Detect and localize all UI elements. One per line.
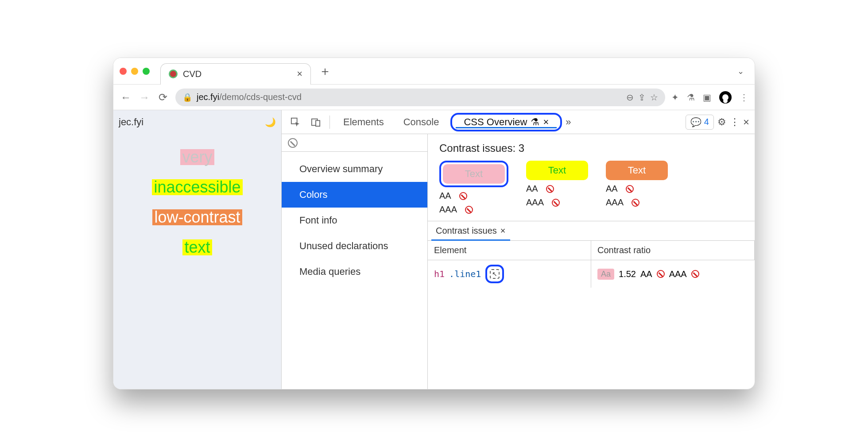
lock-icon[interactable]: 🔒 — [182, 92, 192, 102]
issues-badge[interactable]: 💬 4 — [686, 115, 714, 130]
nav-overview-summary[interactable]: Overview summary — [282, 156, 427, 182]
toolbar-right: ✦ ⚗ ▣ ⋮ — [671, 91, 748, 104]
swatch-col-1: Text AA AAA — [439, 161, 508, 215]
profile-avatar-icon[interactable] — [719, 91, 732, 104]
fail-icon — [626, 185, 634, 193]
labs-icon[interactable]: ⚗ — [687, 92, 695, 103]
rating-aa: AA — [439, 191, 508, 201]
favicon-icon — [169, 69, 178, 78]
contrast-chip: Aa — [597, 269, 614, 280]
tab-console[interactable]: Console — [395, 110, 447, 134]
close-devtools-icon[interactable]: × — [743, 116, 749, 128]
close-panel-icon[interactable]: × — [543, 116, 549, 128]
reload-button[interactable]: ⟳ — [157, 91, 169, 104]
site-name: jec.fyi — [119, 116, 143, 128]
rating-aaa: AAA — [526, 197, 588, 208]
content-body: jec.fyi 🌙 very inaccessible low-contrast… — [113, 110, 755, 389]
fail-icon — [552, 199, 560, 207]
url-text: jec.fyi/demo/cds-quest-cvd — [197, 92, 302, 102]
contrast-swatch-2[interactable]: Text — [526, 161, 588, 180]
nav-unused-declarations[interactable]: Unused declarations — [282, 233, 427, 259]
highlight-ring — [485, 265, 504, 283]
svg-rect-2 — [316, 120, 320, 126]
fail-icon — [632, 199, 639, 207]
nav-colors[interactable]: Colors — [282, 182, 427, 208]
nav-list: Overview summary Colors Font info Unused… — [282, 152, 427, 289]
rating-aa: AA — [526, 184, 588, 194]
highlight-ring: CSS Overview ⚗ × — [450, 113, 562, 131]
aaa-label: AAA — [669, 269, 687, 279]
new-tab-button[interactable]: ＋ — [319, 63, 331, 80]
tab-elements[interactable]: Elements — [335, 110, 392, 134]
demo-word-3: low-contrast — [152, 209, 242, 225]
browser-menu-icon[interactable]: ⋮ — [740, 92, 748, 103]
titlebar: CVD × ＋ ⌄ — [113, 58, 755, 85]
overview-main: Contrast issues: 3 Text AA AAA Text — [428, 134, 755, 389]
demo-word-1: very — [180, 149, 214, 165]
bookmark-icon[interactable]: ☆ — [650, 92, 658, 103]
fail-icon — [657, 270, 665, 278]
sidepanel-icon[interactable]: ▣ — [703, 92, 711, 103]
flask-icon: ⚗ — [531, 116, 539, 128]
maximize-window-icon[interactable] — [143, 68, 150, 75]
minimize-window-icon[interactable] — [131, 68, 138, 75]
extensions-icon[interactable]: ✦ — [671, 92, 679, 103]
nav-font-info[interactable]: Font info — [282, 208, 427, 233]
overview-nav: Overview summary Colors Font info Unused… — [282, 134, 428, 389]
demo-text: very inaccessible low-contrast text — [119, 149, 276, 255]
contrast-title: Contrast issues: 3 — [439, 142, 743, 154]
drawer-tab-contrast[interactable]: Contrast issues × — [431, 221, 510, 240]
zoom-icon[interactable]: ⊖ — [626, 92, 634, 103]
devtools-panel: Elements Console CSS Overview ⚗ × » 💬 4 … — [282, 110, 755, 389]
close-tab-icon[interactable]: × — [297, 68, 302, 80]
tab-css-overview[interactable]: CSS Overview ⚗ × — [456, 116, 557, 128]
tabs-menu-icon[interactable]: ⌄ — [737, 66, 744, 76]
url-bar[interactable]: 🔒 jec.fyi/demo/cds-quest-cvd ⊖ ⇪ ☆ — [175, 89, 665, 106]
device-toolbar-icon[interactable] — [307, 117, 324, 127]
share-icon[interactable]: ⇪ — [638, 92, 646, 103]
fail-icon — [459, 192, 467, 200]
clear-icon[interactable] — [288, 138, 298, 148]
url-toolbar: ← → ⟳ 🔒 jec.fyi/demo/cds-quest-cvd ⊖ ⇪ ☆… — [113, 85, 755, 110]
devtools-tabbar: Elements Console CSS Overview ⚗ × » 💬 4 … — [282, 110, 755, 134]
swatch-col-3: Text AA AAA — [606, 161, 668, 215]
devtools-menu-icon[interactable]: ⋮ — [730, 116, 740, 128]
element-tag: h1 — [434, 269, 445, 279]
drawer-tab-label: Contrast issues — [436, 226, 497, 236]
rating-aaa: AAA — [606, 197, 668, 208]
highlight-ring: Text — [439, 161, 508, 187]
browser-window: CVD × ＋ ⌄ ← → ⟳ 🔒 jec.fyi/demo/cds-quest… — [113, 58, 755, 389]
fail-icon — [465, 206, 473, 214]
contrast-section: Contrast issues: 3 Text AA AAA Text — [428, 134, 755, 221]
ratio-value: 1.52 — [619, 269, 636, 279]
browser-tab[interactable]: CVD × — [160, 63, 311, 85]
theme-toggle-icon[interactable]: 🌙 — [265, 117, 276, 127]
contrast-swatch-1[interactable]: Text — [443, 164, 505, 184]
url-domain: jec.fyi — [197, 92, 219, 102]
fail-icon — [546, 185, 554, 193]
demo-word-4: text — [182, 239, 212, 255]
contrast-swatch-3[interactable]: Text — [606, 161, 668, 180]
settings-icon[interactable]: ⚙ — [717, 116, 726, 128]
more-tabs-icon[interactable]: » — [566, 116, 571, 128]
contrast-table: Element Contrast ratio h1.line1 Aa 1.52 — [428, 241, 755, 288]
nav-media-queries[interactable]: Media queries — [282, 259, 427, 285]
inspect-element-icon[interactable] — [287, 117, 304, 127]
rating-aaa: AAA — [439, 204, 508, 215]
drawer-tabbar: Contrast issues × — [428, 221, 755, 241]
contrast-swatches: Text AA AAA Text AA AAA Tex — [439, 161, 743, 215]
fail-icon — [691, 270, 699, 278]
reveal-in-elements-icon[interactable] — [490, 269, 500, 279]
issues-count: 4 — [704, 117, 709, 127]
swatch-col-2: Text AA AAA — [526, 161, 588, 215]
close-drawer-tab-icon[interactable]: × — [500, 226, 506, 236]
url-path: /demo/cds-quest-cvd — [219, 92, 302, 102]
clear-row — [282, 134, 427, 152]
cell-element[interactable]: h1.line1 — [428, 260, 591, 288]
close-window-icon[interactable] — [120, 68, 127, 75]
demo-word-2: inaccessible — [152, 179, 242, 195]
back-button[interactable]: ← — [120, 91, 132, 104]
forward-button[interactable]: → — [138, 91, 151, 104]
element-class: .line1 — [449, 269, 481, 279]
window-controls — [120, 68, 150, 75]
